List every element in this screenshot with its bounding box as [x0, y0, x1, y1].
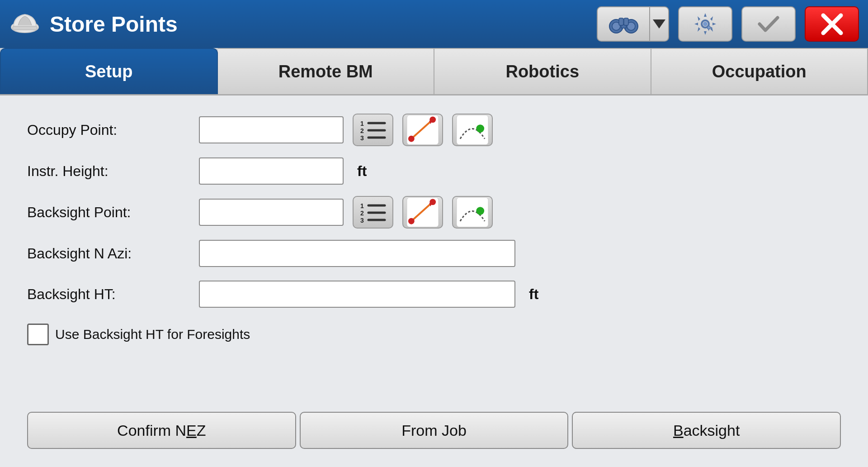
- svg-point-36: [408, 218, 415, 224]
- svg-point-27: [476, 124, 484, 133]
- svg-rect-7: [619, 18, 623, 25]
- instr-height-row: Instr. Height: ft: [27, 155, 841, 187]
- from-job-label: From Job: [401, 422, 467, 439]
- backsight-button[interactable]: Backsight: [572, 412, 841, 449]
- backsight-point-label: Backsight Point:: [27, 204, 190, 221]
- backsight-ht-input[interactable]: [199, 281, 515, 308]
- svg-text:2: 2: [360, 210, 364, 217]
- occupy-point-label: Occupy Point:: [27, 122, 190, 138]
- backsight-ht-label: Backsight HT:: [27, 286, 190, 303]
- binoculars-dropdown-group: [597, 6, 669, 42]
- backsight-point-row: Backsight Point: 1 2 3: [27, 196, 841, 229]
- confirm-nez-button[interactable]: Confirm NEZ: [27, 412, 296, 449]
- svg-text:3: 3: [360, 217, 364, 224]
- instr-height-input[interactable]: [199, 157, 344, 185]
- use-backsight-ht-label: Use Backsight HT for Foresights: [55, 327, 250, 342]
- occupy-point-survey-button[interactable]: [402, 114, 443, 146]
- svg-point-23: [408, 136, 415, 142]
- svg-point-10: [703, 22, 708, 26]
- settings-button[interactable]: [678, 6, 732, 42]
- backsight-point-list-button[interactable]: 1 2 3: [353, 196, 393, 229]
- tab-setup[interactable]: Setup: [0, 48, 218, 94]
- backsight-ht-unit: ft: [529, 286, 538, 303]
- occupy-point-list-button[interactable]: 1 2 3: [353, 114, 393, 146]
- svg-text:1: 1: [360, 202, 364, 210]
- tab-bar: Setup Remote BM Robotics Occupation: [0, 48, 868, 95]
- tab-remote-bm[interactable]: Remote BM: [218, 48, 435, 94]
- instr-height-label: Instr. Height:: [27, 163, 190, 180]
- binoculars-button[interactable]: [597, 6, 649, 42]
- backsight-point-input[interactable]: [199, 199, 344, 226]
- tab-robotics[interactable]: Robotics: [434, 48, 651, 94]
- binoculars-dropdown-arrow[interactable]: [649, 6, 669, 42]
- confirm-button[interactable]: [741, 6, 796, 42]
- svg-rect-1: [13, 26, 37, 30]
- backsight-point-bubble-button[interactable]: [452, 196, 493, 229]
- instr-height-unit: ft: [357, 163, 367, 180]
- svg-text:1: 1: [360, 120, 364, 127]
- chevron-down-icon: [653, 19, 665, 29]
- svg-point-12: [708, 27, 710, 29]
- svg-text:2: 2: [360, 127, 364, 134]
- bottom-button-bar: Confirm NEZ From Job Backsight: [27, 412, 841, 449]
- app-logo: [9, 8, 41, 40]
- backsight-ht-row: Backsight HT: ft: [27, 278, 841, 310]
- svg-text:3: 3: [360, 134, 364, 142]
- app-title: Store Points: [50, 12, 588, 37]
- checkbox-row: Use Backsight HT for Foresights: [27, 324, 841, 345]
- from-job-button[interactable]: From Job: [300, 412, 569, 449]
- backsight-nazi-row: Backsight N Azi:: [27, 238, 841, 269]
- backsight-label: Backsight: [673, 422, 740, 439]
- svg-rect-8: [624, 18, 628, 25]
- occupy-point-row: Occupy Point: 1 2 3: [27, 114, 841, 146]
- main-content: Occupy Point: 1 2 3: [0, 95, 868, 467]
- tab-occupation[interactable]: Occupation: [651, 48, 868, 94]
- close-button[interactable]: [805, 6, 859, 42]
- backsight-point-survey-button[interactable]: [402, 196, 443, 229]
- backsight-nazi-input[interactable]: [199, 240, 515, 267]
- header: Store Points: [0, 0, 868, 48]
- svg-point-40: [476, 207, 484, 215]
- occupy-point-bubble-button[interactable]: [452, 114, 493, 146]
- confirm-nez-label: Confirm NEZ: [117, 422, 206, 439]
- occupy-point-input[interactable]: [199, 116, 344, 143]
- backsight-nazi-label: Backsight N Azi:: [27, 245, 190, 262]
- use-backsight-ht-checkbox[interactable]: [27, 324, 49, 345]
